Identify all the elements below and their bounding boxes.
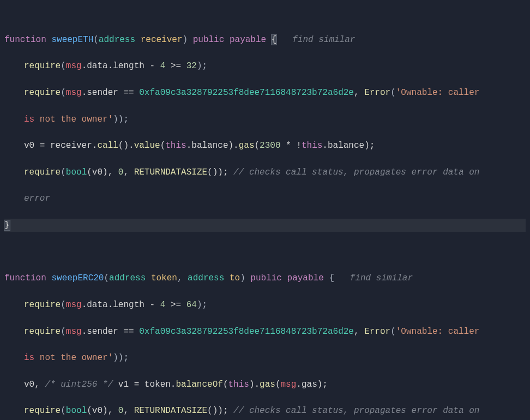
fn-sweepETH-sig: function sweepETH(address receiver) publ… (4, 33, 526, 46)
code-line: is not the owner')); (4, 113, 526, 126)
fn-sweepERC20-sig: function sweepERC20(address token, addre… (4, 272, 526, 285)
code-line: error (4, 192, 526, 205)
code-line: require(bool(v0), 0, RETURNDATASIZE()); … (4, 166, 526, 179)
code-line: require(bool(v0), 0, RETURNDATASIZE()); … (4, 404, 526, 417)
code-line: require(msg.sender == 0xfa09c3a328792253… (4, 325, 526, 338)
code-line: require(msg.data.length - 4 >= 32); (4, 59, 526, 73)
code-line: require(msg.sender == 0xfa09c3a328792253… (4, 86, 526, 99)
code-line: require(msg.data.length - 4 >= 64); (4, 298, 526, 311)
code-line: v0, /* uint256 */ v1 = token.balanceOf(t… (4, 378, 526, 391)
code-block: function sweepETH(address receiver) publ… (4, 7, 526, 420)
find-similar-link[interactable]: find similar (350, 273, 413, 283)
code-line: v0 = receiver.call().value(this.balance)… (4, 139, 526, 152)
blank-line (4, 245, 526, 259)
find-similar-link[interactable]: find similar (292, 35, 355, 45)
current-line: } (4, 219, 526, 232)
code-line: is not the owner')); (4, 351, 526, 364)
